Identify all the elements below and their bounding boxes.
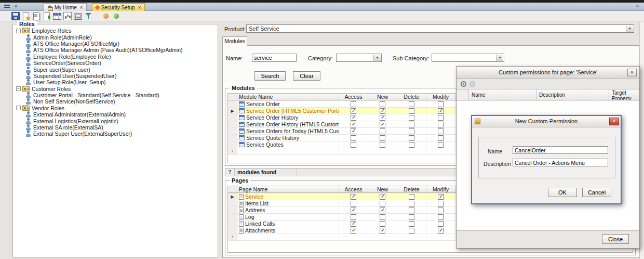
tree-item-role[interactable]: External Logistics(ExternalLogistic) [14, 118, 217, 124]
flask-green-icon[interactable] [112, 12, 120, 20]
calculator-icon[interactable] [74, 13, 82, 20]
permission-name-input[interactable] [513, 146, 608, 154]
new-checkbox[interactable] [380, 142, 385, 148]
delete-checkbox[interactable] [409, 228, 414, 234]
tree-item-role[interactable]: External Administrator(ExternalAdmin) [14, 111, 217, 118]
tree-item-role[interactable]: Admin Role(AdminRole) [14, 34, 217, 40]
tree-item-role[interactable]: ATS Office Manager(ATSOfficeMgr) [14, 41, 217, 47]
category-select[interactable]: ▼ [336, 54, 382, 62]
tab-modules[interactable]: Modules [222, 36, 247, 46]
tree-item-role[interactable]: Non Self Service(NonSelfService) [14, 98, 217, 105]
tree-item-role[interactable]: Super user(Super user) [14, 66, 217, 72]
modify-checkbox[interactable] [438, 221, 444, 227]
export-icon[interactable] [43, 12, 51, 20]
delete-permission-icon[interactable] [469, 81, 475, 87]
tab-security-setup[interactable]: Security Setup× [92, 3, 145, 11]
tree-item-role[interactable]: Employee Role(Employee Role) [14, 54, 217, 60]
name-search-input[interactable] [252, 54, 297, 62]
clear-button[interactable]: Clear [293, 71, 320, 81]
modify-checkbox[interactable] [438, 208, 444, 213]
menu-icon[interactable] [4, 5, 10, 9]
tree-item-role[interactable]: Customer Portal - Standard(Self Service … [14, 92, 217, 98]
tree-item-group[interactable]: −Vendor Roles [14, 105, 217, 111]
scroll-tabs-right-icon[interactable]: » [636, 3, 639, 9]
access-checkbox[interactable] [351, 201, 356, 206]
modify-checkbox[interactable] [438, 122, 444, 127]
new-doc-icon[interactable] [22, 12, 30, 20]
chevron-down-icon[interactable]: ▼ [373, 55, 381, 61]
access-checkbox[interactable] [351, 108, 356, 114]
flask-orange-icon[interactable] [102, 12, 110, 20]
scroll-tabs-left-icon[interactable]: « [15, 3, 18, 9]
access-checkbox[interactable] [351, 214, 356, 220]
delete-checkbox[interactable] [409, 122, 414, 127]
save-icon[interactable] [11, 12, 20, 20]
access-checkbox[interactable] [351, 228, 356, 234]
delete-checkbox[interactable] [409, 221, 414, 227]
access-checkbox[interactable] [351, 208, 356, 213]
access-checkbox[interactable] [351, 122, 356, 127]
table-icon[interactable] [53, 13, 61, 20]
delete-checkbox[interactable] [409, 208, 414, 213]
product-select[interactable]: Self Service ▼ [246, 24, 634, 33]
access-checkbox[interactable] [351, 115, 356, 121]
delete-checkbox[interactable] [409, 135, 414, 141]
delete-checkbox[interactable] [409, 214, 414, 220]
tree-item-group[interactable]: −Employee Roles [14, 28, 217, 34]
access-checkbox[interactable] [351, 135, 356, 141]
delete-checkbox[interactable] [409, 201, 414, 206]
vertical-scrollbar[interactable] [639, 22, 644, 259]
modify-checkbox[interactable] [438, 228, 444, 234]
delete-checkbox[interactable] [409, 108, 414, 114]
close-tab-icon[interactable]: × [80, 5, 83, 10]
subcategory-select[interactable]: ▼ [432, 54, 504, 62]
permission-description-input[interactable] [513, 159, 608, 166]
chart-icon[interactable] [63, 12, 72, 20]
search-button[interactable]: Search [254, 71, 286, 81]
access-checkbox[interactable] [351, 221, 356, 227]
expander-icon[interactable]: − [16, 106, 21, 110]
new-checkbox[interactable] [380, 221, 385, 227]
modify-checkbox[interactable] [438, 142, 444, 148]
modify-checkbox[interactable] [438, 108, 444, 114]
expander-icon[interactable]: − [16, 29, 21, 33]
access-checkbox[interactable] [351, 128, 356, 134]
new-checkbox[interactable] [380, 108, 385, 114]
ok-button[interactable]: OK [548, 188, 577, 197]
delete-checkbox[interactable] [409, 142, 414, 148]
new-checkbox[interactable] [380, 201, 385, 206]
access-checkbox[interactable] [351, 194, 356, 200]
delete-checkbox[interactable] [409, 194, 414, 200]
new-checkbox[interactable] [380, 228, 385, 234]
tree-item-role[interactable]: ATS Office Manager Admin (Pass Audit)(AT… [14, 47, 217, 53]
delete-checkbox[interactable] [409, 115, 414, 121]
tree-item-role[interactable]: External SA role(ExternalSA) [14, 124, 217, 131]
new-checkbox[interactable] [380, 128, 385, 134]
delete-checkbox[interactable] [409, 128, 414, 134]
access-checkbox[interactable] [351, 101, 356, 107]
filter-icon[interactable] [84, 12, 92, 20]
new-checkbox[interactable] [380, 208, 385, 213]
chevron-down-icon[interactable]: ▼ [496, 55, 503, 61]
delete-checkbox[interactable] [409, 101, 414, 107]
copy-icon[interactable] [32, 12, 41, 20]
tree-item-role[interactable]: Suspended User(SuspendedUser) [14, 73, 217, 79]
modify-checkbox[interactable] [438, 214, 444, 220]
new-checkbox[interactable] [380, 122, 385, 127]
cancel-button[interactable]: Cancel [582, 188, 611, 197]
modify-checkbox[interactable] [438, 201, 444, 206]
new-checkbox[interactable] [380, 135, 385, 141]
close-tab-icon[interactable]: × [138, 5, 141, 10]
tree-item-role[interactable]: External Super User(ExternalSuperUser) [14, 131, 217, 137]
expander-icon[interactable]: − [16, 86, 21, 91]
modify-checkbox[interactable] [438, 194, 444, 200]
new-checkbox[interactable] [380, 194, 385, 200]
close-button[interactable]: Close [602, 234, 629, 244]
modify-checkbox[interactable] [438, 101, 444, 107]
modify-checkbox[interactable] [438, 128, 444, 134]
access-checkbox[interactable] [351, 142, 356, 148]
tree-item-role[interactable]: User Setup Role(User_Setup) [14, 79, 217, 85]
new-permission-icon[interactable] [461, 81, 466, 87]
new-checkbox[interactable] [380, 214, 385, 220]
modify-checkbox[interactable] [438, 135, 444, 141]
